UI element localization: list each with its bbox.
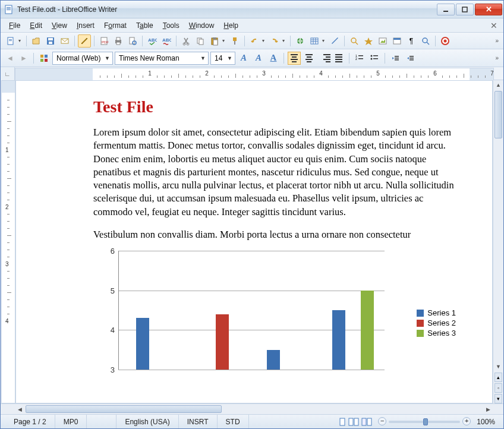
italic-button[interactable]: A [252, 52, 265, 65]
new-document-button[interactable] [4, 34, 17, 48]
menu-file[interactable]: File [4, 20, 25, 31]
status-mp[interactable]: MP0 [55, 415, 87, 428]
gallery-button[interactable] [376, 34, 389, 48]
edit-mode-button[interactable] [78, 34, 91, 48]
minimize-button[interactable] [437, 4, 455, 15]
status-insert-mode[interactable]: INSRT [179, 415, 218, 428]
navigation-button[interactable]: ◦ [494, 383, 502, 393]
toolbar-overflow[interactable]: » [494, 37, 500, 44]
toolbar-overflow[interactable]: » [494, 55, 500, 61]
close-button[interactable]: ✕ [475, 4, 502, 15]
paste-button[interactable] [208, 34, 221, 48]
next-page-nav-button[interactable]: ▾ [494, 394, 502, 403]
find-button[interactable] [348, 34, 361, 48]
table-button[interactable] [308, 34, 321, 48]
menu-insert[interactable]: Insert [72, 20, 99, 31]
document-viewport[interactable]: Test File Lorem ipsum dolor sit amet, co… [15, 80, 493, 403]
hyperlink-button[interactable] [294, 34, 307, 48]
menu-view[interactable]: View [47, 20, 72, 31]
scroll-left-button[interactable]: ◀ [15, 404, 24, 414]
increase-indent-button[interactable] [404, 52, 417, 65]
font-name-combo[interactable]: Times New Roman ▼ [115, 52, 209, 65]
separator [74, 36, 75, 46]
zoom-button[interactable] [419, 34, 432, 48]
prev-page-nav-button[interactable]: ▴ [494, 373, 502, 382]
show-draw-button[interactable] [328, 34, 341, 48]
numbered-list-button[interactable]: 12 [353, 52, 366, 65]
menu-edit[interactable]: Edit [25, 20, 47, 31]
zoom-slider-knob[interactable] [423, 418, 428, 425]
save-button[interactable] [44, 34, 57, 48]
nav-back-button[interactable]: ◄ [4, 52, 16, 64]
embedded-chart[interactable]: 3456 Series 1Series 2Series 3 [93, 251, 456, 370]
zoom-out-button[interactable]: − [378, 417, 386, 425]
nonprinting-chars-button[interactable]: ¶ [405, 34, 418, 48]
view-layout-book-icon[interactable] [361, 418, 372, 426]
bold-button[interactable]: A [237, 52, 250, 65]
decrease-indent-button[interactable] [389, 52, 402, 65]
table-dropdown[interactable]: ▾ [322, 38, 327, 43]
view-layout-single-icon[interactable] [339, 418, 346, 426]
navigator-button[interactable] [362, 34, 375, 48]
document-heading: Test File [93, 97, 468, 116]
align-center-button[interactable] [303, 52, 316, 65]
print-preview-button[interactable] [126, 34, 139, 48]
zoom-in-button[interactable]: + [462, 417, 471, 425]
bullet-list-button[interactable] [368, 52, 381, 65]
menu-window[interactable]: Window [184, 20, 219, 31]
paste-dropdown[interactable]: ▾ [222, 38, 227, 43]
horizontal-scrollbar[interactable]: ◀ ▶ [15, 404, 493, 414]
status-page[interactable]: Page 1 / 2 [5, 415, 55, 428]
font-size-combo[interactable]: 14 ▼ [210, 52, 235, 65]
horizontal-ruler[interactable]: 1234567 [15, 68, 494, 81]
vertical-ruler[interactable]: 1234 [1, 80, 15, 403]
menu-table[interactable]: Table [131, 20, 158, 31]
menu-help[interactable]: Help [219, 20, 243, 31]
scroll-thumb[interactable] [26, 405, 222, 413]
email-button[interactable] [58, 34, 71, 48]
open-button[interactable] [30, 34, 43, 48]
styles-button[interactable] [37, 52, 51, 65]
nav-forward-button[interactable]: ► [18, 52, 30, 64]
menu-tools[interactable]: Tools [158, 20, 184, 31]
legend-swatch [417, 330, 424, 337]
copy-button[interactable] [194, 34, 207, 48]
format-paintbrush-button[interactable] [228, 34, 241, 48]
scroll-thumb[interactable] [494, 91, 502, 138]
underline-button[interactable]: A [267, 52, 280, 65]
export-pdf-button[interactable]: PDF [97, 34, 111, 48]
ruler-tick: 1 [5, 147, 9, 153]
editor-area: 1234 Test File Lorem ipsum dolor sit ame… [1, 80, 503, 403]
align-right-button[interactable] [317, 52, 330, 65]
paragraph-style-combo[interactable]: Normal (Web) ▼ [52, 52, 113, 65]
scroll-right-button[interactable]: ▶ [483, 404, 493, 414]
spellcheck-button[interactable]: ABC [146, 34, 159, 48]
vertical-scrollbar[interactable]: ▲ ▼ ▴ ◦ ▾ [493, 80, 503, 403]
zoom-slider[interactable]: − + [389, 421, 460, 423]
scroll-down-button[interactable]: ▼ [493, 362, 503, 371]
auto-spellcheck-button[interactable]: ABC [160, 34, 173, 48]
status-selection-mode[interactable]: STD [218, 415, 249, 428]
redo-dropdown[interactable]: ▾ [282, 38, 287, 43]
close-document-button[interactable]: ✕ [488, 21, 500, 30]
undo-button[interactable] [248, 34, 261, 48]
menu-format[interactable]: Format [99, 20, 131, 31]
align-justify-button[interactable] [332, 52, 345, 65]
data-sources-button[interactable] [390, 34, 404, 48]
svg-rect-28 [213, 40, 218, 45]
svg-rect-62 [395, 59, 399, 61]
maximize-button[interactable] [456, 4, 474, 15]
print-button[interactable] [112, 34, 125, 48]
new-document-dropdown[interactable]: ▾ [18, 38, 23, 43]
undo-dropdown[interactable]: ▾ [262, 38, 267, 43]
view-layout-multi-icon[interactable] [348, 418, 359, 426]
help-button[interactable] [439, 34, 452, 48]
redo-button[interactable] [268, 34, 281, 48]
cut-button[interactable] [179, 34, 193, 48]
zoom-percent[interactable]: 100% [477, 418, 495, 426]
svg-point-56 [371, 55, 373, 56]
align-left-button[interactable] [288, 52, 301, 65]
status-language[interactable]: English (USA) [116, 415, 178, 428]
scroll-up-button[interactable]: ▲ [493, 80, 503, 90]
svg-rect-67 [349, 418, 353, 425]
